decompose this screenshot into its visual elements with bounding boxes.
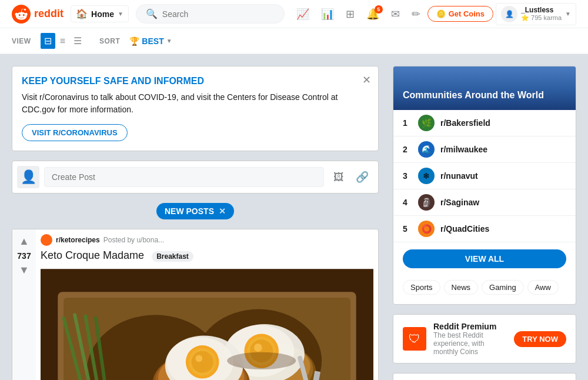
user-chevron-icon: ▼ [565, 11, 571, 17]
home-icon: 🏠 [76, 8, 88, 19]
community-rank: 5 [403, 224, 412, 234]
post-card: ▲ 737 ▼ r/ketorecipes Posted by u/bona..… [12, 229, 379, 380]
feed-column: KEEP YOURSELF SAFE AND INFORMED Visit r/… [12, 66, 379, 380]
username: _Lustless [521, 6, 562, 14]
reddit-logo-icon [12, 5, 31, 24]
create-post-input[interactable] [44, 167, 324, 187]
mail-button[interactable]: ✉ [386, 4, 405, 24]
view-compact-button[interactable]: ≡ [56, 33, 69, 49]
edit-button[interactable]: ✏ [407, 4, 425, 24]
get-coins-button[interactable]: 🪙 Get Coins [427, 6, 493, 22]
add-image-button[interactable]: 🖼 [329, 167, 349, 187]
logo-area[interactable]: reddit [12, 5, 64, 24]
community-button[interactable]: ⊞ [341, 4, 359, 24]
tags-row: SportsNewsGamingAww [393, 275, 576, 304]
subreddit-icon [41, 234, 52, 246]
search-bar[interactable]: 🔍 [136, 4, 285, 24]
post-by-text: Posted by u/bona... [103, 236, 164, 244]
communities-card: Communities Around the World 1 🌿 r/Baker… [393, 66, 576, 305]
community-list-item[interactable]: 4 🗿 r/Saginaw [393, 189, 576, 216]
coins-icon: 🪙 [436, 9, 446, 18]
home-label: Home [91, 9, 114, 19]
home-chevron-icon: ▼ [118, 11, 123, 17]
stats-button[interactable]: 📊 [316, 4, 339, 24]
view-classic-button[interactable]: ☰ [70, 33, 85, 49]
community-name: r/Bakersfield [440, 118, 490, 128]
view-all-button[interactable]: VIEW ALL [403, 249, 566, 268]
view-label: VIEW [12, 37, 31, 45]
user-karma: ⭐ 795 karma [521, 14, 562, 22]
trending-button[interactable]: 📈 [292, 4, 314, 24]
premium-text: Reddit Premium The best Reddit experienc… [433, 322, 507, 356]
home-button[interactable]: 🏠 Home ▼ [71, 5, 129, 22]
create-post-avatar: 👤 [17, 166, 39, 188]
create-post-bar: 👤 🖼 🔗 [12, 161, 379, 194]
header-icons: 📈 📊 ⊞ 🔔 5 ✉ ✏ 🪙 Get Coins 👤 _Lustless ⭐ … [292, 3, 576, 25]
vote-column: ▲ 737 ▼ [12, 229, 36, 380]
post-image [41, 266, 373, 380]
add-link-button[interactable]: 🔗 [351, 167, 373, 187]
community-list-item[interactable]: 1 🌿 r/Bakersfield [393, 110, 576, 136]
header: reddit 🏠 Home ▼ 🔍 📈 📊 ⊞ 🔔 5 ✉ ✏ 🪙 Get Co… [0, 0, 588, 28]
view-card-button[interactable]: ⊟ [41, 33, 55, 49]
user-info: _Lustless ⭐ 795 karma [521, 6, 562, 22]
premium-icon: 🛡 [403, 327, 426, 351]
tag-pill[interactable]: News [444, 280, 479, 295]
new-posts-label: NEW POSTS [165, 206, 214, 216]
sort-chevron-icon: ▼ [166, 38, 172, 44]
post-title-text: Keto Croque Madame [41, 249, 144, 261]
community-name: r/QuadCities [440, 224, 489, 234]
community-icon: 🌿 [418, 115, 435, 131]
communities-header: Communities Around the World [393, 66, 576, 110]
try-now-button[interactable]: TRY NOW [514, 331, 566, 347]
post-flair[interactable]: Breakfast [152, 251, 193, 262]
sort-icon: 🏆 [129, 36, 139, 46]
new-posts-pill[interactable]: NEW POSTS ✕ [156, 203, 234, 219]
sub-header: VIEW ⊟ ≡ ☰ SORT 🏆 BEST ▼ [0, 28, 588, 54]
downvote-button[interactable]: ▼ [18, 263, 31, 278]
community-icon: 🗿 [418, 194, 435, 211]
community-list-item[interactable]: 5 ⭕ r/QuadCities [393, 216, 576, 242]
community-list-item[interactable]: 2 🌊 r/milwaukee [393, 136, 576, 163]
sidebar-column: Communities Around the World 1 🌿 r/Baker… [393, 66, 576, 380]
tag-pill[interactable]: Sports [403, 280, 440, 295]
community-name: r/Saginaw [440, 198, 479, 207]
user-menu[interactable]: 👤 _Lustless ⭐ 795 karma ▼ [496, 3, 576, 25]
banner-close-button[interactable]: ✕ [362, 74, 371, 86]
post-meta: r/ketorecipes Posted by u/bona... [41, 234, 373, 246]
banner-card: KEEP YOURSELF SAFE AND INFORMED Visit r/… [12, 66, 379, 151]
new-posts-close-icon[interactable]: ✕ [219, 206, 226, 216]
community-name: r/nunavut [440, 171, 478, 181]
create-post-actions: 🖼 🔗 [329, 167, 373, 187]
post-title: Keto Croque Madame Breakfast [41, 249, 373, 262]
sort-button[interactable]: 🏆 BEST ▼ [129, 36, 172, 46]
tag-pill[interactable]: Gaming [482, 280, 524, 295]
communities-title: Communities Around the World [403, 90, 544, 100]
community-list-item[interactable]: 3 ❄ r/nunavut [393, 163, 576, 189]
community-rank: 1 [403, 118, 412, 128]
sort-value: BEST [142, 36, 163, 46]
banner-text: Visit r/Coronavirus to talk about COVID-… [22, 91, 369, 116]
tag-pill[interactable]: Aww [527, 280, 559, 295]
community-rank: 3 [403, 171, 412, 181]
svg-point-48 [227, 352, 296, 369]
vote-count: 737 [17, 251, 31, 261]
banner-title: KEEP YOURSELF SAFE AND INFORMED [22, 76, 369, 86]
visit-coronavirus-button[interactable]: VISIT R/CORONAVIRUS [22, 124, 128, 141]
svg-point-36 [192, 351, 213, 373]
search-icon: 🔍 [146, 8, 158, 19]
premium-description: The best Reddit experience, with monthly… [433, 331, 507, 356]
post-content: r/ketorecipes Posted by u/bona... Keto C… [36, 229, 378, 380]
premium-title: Reddit Premium [433, 322, 507, 331]
svg-point-37 [195, 355, 202, 362]
community-icon: ❄ [418, 168, 435, 184]
community-icon: ⭕ [418, 221, 435, 237]
subreddit-name[interactable]: r/ketorecipes [56, 236, 100, 244]
upvote-button[interactable]: ▲ [18, 234, 31, 249]
get-coins-label: Get Coins [449, 9, 485, 18]
notification-button[interactable]: 🔔 5 [362, 4, 384, 24]
premium-card: 🛡 Reddit Premium The best Reddit experie… [393, 314, 576, 364]
search-input[interactable] [162, 9, 275, 19]
notification-badge: 5 [375, 5, 383, 14]
community-list: 1 🌿 r/Bakersfield 2 🌊 r/milwaukee 3 ❄ r/… [393, 110, 576, 242]
